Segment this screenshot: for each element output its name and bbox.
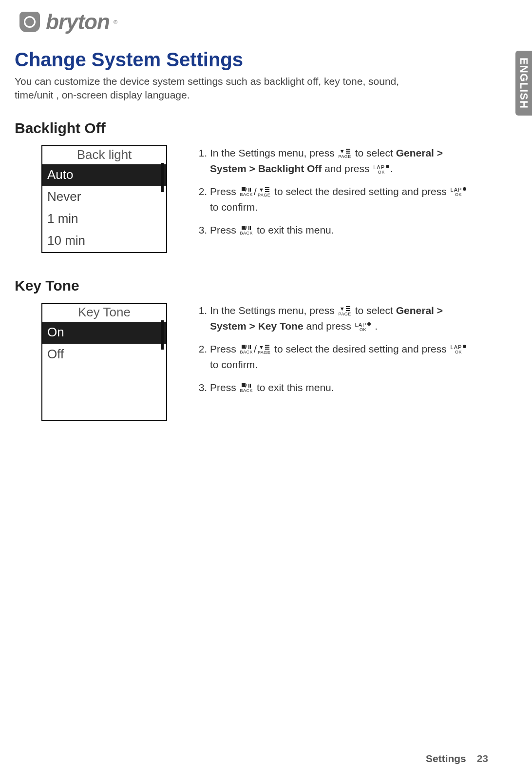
back-stop-icon: /BACK	[240, 187, 253, 197]
scrollbar-thumb	[161, 163, 164, 192]
page-title: Change System Settings	[15, 49, 503, 71]
page-down-icon: ▼PAGE	[258, 345, 270, 355]
section-heading-keytone: Key Tone	[15, 277, 503, 294]
registered-mark: ®	[114, 19, 117, 25]
back-stop-icon: /BACK	[240, 383, 253, 393]
footer-section: Settings	[426, 753, 466, 764]
language-tab: ENGLISH	[515, 51, 532, 116]
intro-text: You can customize the device system sett…	[15, 75, 438, 102]
list-item: Auto	[42, 164, 166, 186]
brand-header: bryton ®	[15, 10, 503, 34]
back-stop-icon: /BACK	[240, 345, 253, 354]
list-item: On	[42, 322, 166, 344]
list-item: Never	[42, 186, 166, 208]
page-number: 23	[477, 753, 488, 764]
lap-ok-icon: LAPOK	[355, 322, 371, 332]
list-item: 1 min	[42, 208, 166, 230]
screen-title: Key Tone	[42, 304, 166, 322]
step-3: Press /BACK to exit this menu.	[210, 222, 473, 238]
page-down-icon: ▼PAGE	[338, 149, 351, 159]
lap-ok-icon: LAPOK	[451, 345, 467, 354]
brand-name: bryton	[46, 10, 110, 34]
back-stop-icon: /BACK	[240, 226, 253, 235]
step-2: Press /BACK/▼PAGE to select the desired …	[210, 184, 473, 216]
section-heading-backlight: Backlight Off	[15, 120, 503, 137]
section-body-backlight: Back light Auto Never 1 min 10 min In th…	[15, 145, 503, 253]
page-down-icon: ▼PAGE	[338, 306, 351, 316]
step-2: Press /BACK/▼PAGE to select the desired …	[210, 341, 473, 373]
list-item: Off	[42, 344, 166, 366]
step-3: Press /BACK to exit this menu.	[210, 380, 473, 396]
scrollbar-thumb	[161, 320, 164, 350]
device-screen-keytone: Key Tone On Off	[41, 303, 167, 421]
steps-list-keytone: In the Settings menu, press ▼PAGE to sel…	[196, 303, 473, 403]
step-1: In the Settings menu, press ▼PAGE to sel…	[210, 303, 473, 334]
lap-ok-icon: LAPOK	[373, 165, 389, 175]
steps-list-backlight: In the Settings menu, press ▼PAGE to sel…	[196, 145, 473, 245]
empty-space	[42, 366, 166, 420]
brand-logo-icon	[19, 12, 40, 32]
page-down-icon: ▼PAGE	[258, 187, 270, 197]
screen-title: Back light	[42, 146, 166, 164]
device-screen-backlight: Back light Auto Never 1 min 10 min	[41, 145, 167, 253]
list-item: 10 min	[42, 230, 166, 252]
footer: Settings 23	[426, 753, 488, 764]
lap-ok-icon: LAPOK	[451, 187, 467, 197]
step-1: In the Settings menu, press ▼PAGE to sel…	[210, 145, 473, 177]
section-body-keytone: Key Tone On Off In the Settings menu, pr…	[15, 303, 503, 421]
